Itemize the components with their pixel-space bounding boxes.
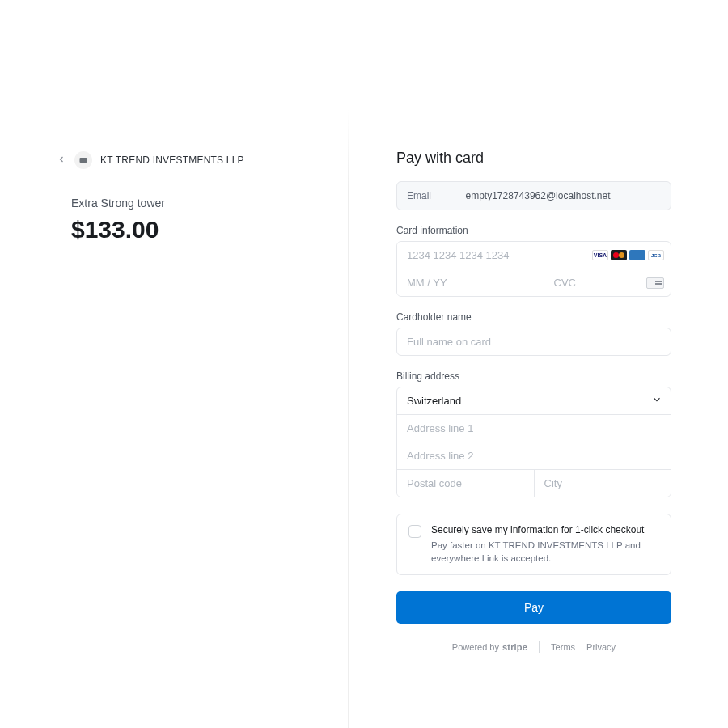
save-info-title: Securely save my information for 1-click…	[431, 524, 659, 535]
billing-label: Billing address	[396, 370, 671, 382]
page-title: Pay with card	[396, 150, 671, 167]
card-cvc-input[interactable]	[544, 269, 647, 296]
divider	[539, 641, 540, 653]
visa-icon: VISA	[592, 250, 608, 260]
address-line-2-input[interactable]	[397, 442, 671, 470]
save-info-box: Securely save my information for 1-click…	[396, 514, 671, 575]
postal-code-input[interactable]	[397, 470, 535, 497]
chevron-down-icon	[651, 394, 671, 408]
card-input-group: VISA JCB	[396, 241, 671, 297]
address-line-1-input[interactable]	[397, 415, 671, 442]
jcb-icon: JCB	[648, 250, 664, 260]
card-info-label: Card information	[396, 225, 671, 236]
city-input[interactable]	[535, 470, 671, 497]
card-number-input[interactable]	[397, 242, 592, 269]
product-price: $133.00	[71, 216, 315, 243]
stripe-logo: stripe	[502, 642, 527, 652]
powered-by-text: Powered by	[452, 642, 499, 652]
terms-link[interactable]: Terms	[551, 642, 575, 652]
back-arrow-icon[interactable]	[57, 154, 66, 166]
privacy-link[interactable]: Privacy	[586, 642, 616, 652]
product-name: Extra Strong tower	[71, 197, 315, 210]
card-expiry-input[interactable]	[397, 269, 544, 296]
email-value: empty1728743962@localhost.net	[466, 190, 611, 201]
email-label: Email	[407, 190, 431, 201]
merchant-logo	[74, 151, 92, 169]
cardholder-label: Cardholder name	[396, 311, 671, 323]
pay-button[interactable]: Pay	[396, 591, 671, 624]
save-info-checkbox[interactable]	[408, 525, 421, 538]
amex-icon	[629, 250, 645, 260]
email-display: Email empty1728743962@localhost.net	[396, 181, 671, 210]
country-select[interactable]: Switzerland	[397, 387, 651, 414]
billing-input-group: Switzerland	[396, 387, 671, 497]
cvc-icon	[646, 277, 664, 289]
svg-rect-0	[80, 158, 87, 163]
merchant-header: KT TREND INVESTMENTS LLP	[57, 151, 315, 169]
card-brand-icons: VISA JCB	[592, 250, 671, 260]
save-info-subtitle: Pay faster on KT TREND INVESTMENTS LLP a…	[431, 539, 659, 565]
merchant-name: KT TREND INVESTMENTS LLP	[100, 154, 244, 166]
footer: Powered by stripe Terms Privacy	[396, 641, 671, 653]
mastercard-icon	[611, 250, 627, 260]
cardholder-name-input[interactable]	[396, 328, 671, 356]
